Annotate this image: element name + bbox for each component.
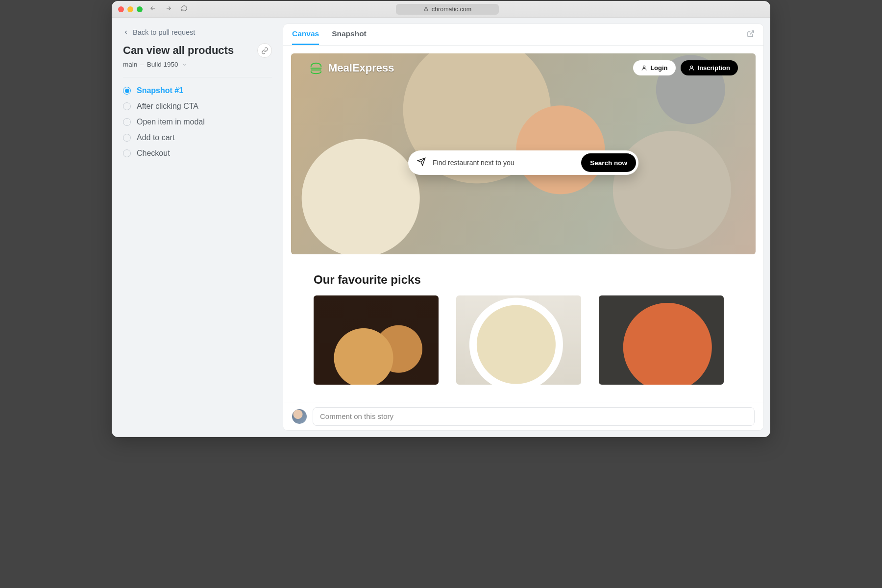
close-window-button[interactable] bbox=[118, 6, 124, 12]
canvas-viewport[interactable]: MealExpress Login Inscription bbox=[283, 46, 763, 430]
nav-forward-button[interactable] bbox=[163, 5, 174, 14]
snapshot-item[interactable]: Open item in modal bbox=[123, 118, 272, 126]
brand-name: MealExpress bbox=[328, 62, 394, 74]
snapshot-item[interactable]: Add to cart bbox=[123, 133, 272, 142]
burger-icon bbox=[309, 61, 323, 75]
snapshot-label: Open item in modal bbox=[137, 118, 205, 126]
search-placeholder: Find restaurant next to you bbox=[433, 159, 574, 167]
user-icon bbox=[641, 65, 647, 71]
pick-card[interactable] bbox=[599, 295, 724, 385]
snapshot-label: Checkout bbox=[137, 149, 170, 158]
picks-heading: Our favourite picks bbox=[314, 273, 756, 287]
page-title: Can view all products bbox=[123, 44, 234, 57]
build-label: Build 1950 bbox=[147, 61, 178, 68]
hero-section: MealExpress Login Inscription bbox=[291, 53, 756, 254]
avatar[interactable] bbox=[292, 409, 307, 424]
reload-button[interactable] bbox=[179, 5, 190, 14]
chevron-down-icon bbox=[181, 62, 187, 68]
svg-point-4 bbox=[690, 66, 692, 68]
pick-card[interactable] bbox=[314, 295, 439, 385]
svg-point-3 bbox=[643, 66, 645, 68]
address-bar[interactable]: chromatic.com bbox=[396, 4, 499, 15]
tab-snapshot[interactable]: Snapshot bbox=[332, 24, 367, 45]
snapshot-item[interactable]: After clicking CTA bbox=[123, 102, 272, 111]
snapshot-item[interactable]: Checkout bbox=[123, 149, 272, 158]
comment-bar: Comment on this story bbox=[283, 402, 763, 430]
snapshot-label: After clicking CTA bbox=[137, 102, 198, 111]
traffic-lights bbox=[118, 6, 143, 12]
comment-input[interactable]: Comment on this story bbox=[313, 407, 755, 426]
open-external-button[interactable] bbox=[747, 30, 755, 40]
branch-name: main bbox=[123, 61, 137, 68]
snapshot-list: Snapshot #1 After clicking CTA Open item… bbox=[123, 86, 272, 158]
sidebar: Back to pull request Can view all produc… bbox=[112, 18, 283, 437]
snapshot-item[interactable]: Snapshot #1 bbox=[123, 86, 272, 95]
snapshot-label: Add to cart bbox=[137, 133, 174, 142]
nav-back-button[interactable] bbox=[147, 5, 158, 14]
location-arrow-icon bbox=[417, 157, 426, 168]
pick-card[interactable] bbox=[456, 295, 581, 385]
main-panel: Canvas Snapshot bbox=[283, 24, 764, 431]
radio-icon bbox=[123, 149, 131, 157]
search-now-button[interactable]: Search now bbox=[581, 153, 636, 172]
login-button[interactable]: Login bbox=[633, 60, 675, 75]
back-label: Back to pull request bbox=[133, 28, 195, 36]
tab-canvas[interactable]: Canvas bbox=[292, 24, 319, 45]
tab-bar: Canvas Snapshot bbox=[283, 24, 763, 46]
copy-link-button[interactable] bbox=[257, 43, 272, 58]
brand-logo[interactable]: MealExpress bbox=[309, 61, 394, 75]
signup-button[interactable]: Inscription bbox=[681, 60, 738, 75]
lock-icon bbox=[423, 6, 429, 13]
back-to-pr-link[interactable]: Back to pull request bbox=[123, 28, 272, 36]
picks-row bbox=[291, 295, 756, 404]
breadcrumb[interactable]: main – Build 1950 bbox=[123, 61, 272, 68]
radio-icon bbox=[123, 134, 131, 142]
user-icon bbox=[688, 65, 695, 71]
maximize-window-button[interactable] bbox=[137, 6, 143, 12]
browser-window: chromatic.com Back to pull request Can v… bbox=[112, 1, 770, 437]
radio-icon bbox=[123, 102, 131, 110]
minimize-window-button[interactable] bbox=[127, 6, 133, 12]
snapshot-label: Snapshot #1 bbox=[137, 86, 183, 95]
url-host: chromatic.com bbox=[432, 6, 471, 13]
radio-icon bbox=[123, 87, 131, 95]
svg-rect-0 bbox=[424, 9, 427, 11]
browser-chrome: chromatic.com bbox=[112, 1, 770, 18]
radio-icon bbox=[123, 118, 131, 126]
search-bar[interactable]: Find restaurant next to you Search now bbox=[408, 150, 638, 175]
